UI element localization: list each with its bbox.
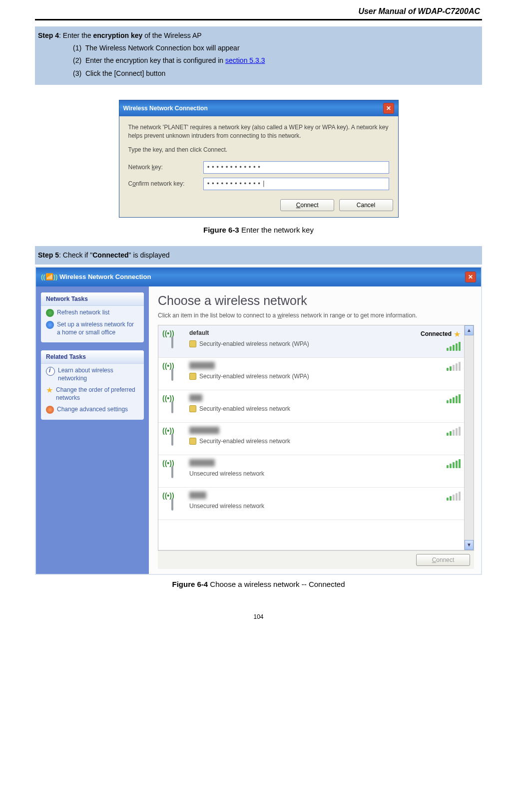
network-item[interactable]: ███████Security-enabled wireless network [158,423,474,455]
signal-icon [447,394,461,403]
bottom-bar: Connect [158,550,474,569]
form-row: Network key: •••••••••••• [128,161,389,174]
setup-icon [46,321,54,329]
network-item[interactable]: ██████Unsecured wireless network [158,455,474,488]
network-status-area [401,492,461,501]
sidebar-item-learn[interactable]: Learn about wireless networking [41,364,144,383]
step4-text-a: : Enter the [59,31,93,39]
close-icon[interactable]: ✕ [383,103,394,114]
network-key-input[interactable]: •••••••••••• [203,161,389,174]
lock-icon [189,340,196,347]
network-name: default [189,329,396,336]
info-icon [46,367,55,376]
step4-bold: encryption key [93,31,143,39]
panel-title: Related Tasks [41,350,144,364]
sidebar-item-advanced[interactable]: Change advanced settings [41,403,144,415]
main-pane: Choose a wireless network Click an item … [149,286,481,574]
dialog-text-1: The network 'PLANET' requires a network … [128,123,389,140]
confirm-key-label: Confirm network key: [128,180,203,188]
wifi-icon [162,492,184,516]
step5-label: Step 5 [38,251,59,259]
network-key-label: Network key: [128,163,203,172]
signal-icon [447,492,461,501]
connect-button[interactable]: Connect [416,554,470,566]
network-name: ██████ [189,459,396,466]
step4-item-text: The Wireless Network Connection box will… [85,44,240,52]
caption-bold: Figure 6-4 [172,580,208,588]
confirm-key-input[interactable]: ••••••••••••| [203,178,389,190]
signal-icon [447,342,461,351]
panel-title: Network Tasks [41,292,144,306]
figure-caption: Figure 6-3 Enter the network key [35,226,482,234]
cancel-button[interactable]: Cancel [339,199,393,211]
network-status-area: Connected★ [401,329,461,351]
network-name: ████ [189,492,396,499]
network-security: Security-enabled wireless network (WPA) [189,340,396,347]
sidebar-item-label: Change the order of preferred networks [56,386,139,402]
wifi-icon [162,362,184,386]
network-item[interactable]: ███Security-enabled wireless network [158,390,474,423]
step4-item: (3) Click the [Connect] button [73,67,479,80]
sidebar-item-refresh[interactable]: Refresh network list [41,306,144,318]
lock-icon [189,373,196,380]
scrollbar[interactable]: ▲ ▼ [464,325,474,550]
signal-icon [447,362,461,371]
close-icon[interactable]: ✕ [465,271,476,282]
step4-label: Step 4 [38,31,59,39]
sidebar-item-label: Set up a wireless network for a home or … [57,321,139,336]
wifi-icon [162,329,184,353]
network-status-area [401,362,461,371]
network-key-dialog: Wireless Network Connection ✕ The networ… [119,100,399,218]
sidebar-item-setup[interactable]: Set up a wireless network for a home or … [41,318,144,337]
section-link[interactable]: section 5.3.3 [225,56,265,64]
connect-button[interactable]: Connect [280,199,334,211]
refresh-icon [46,309,54,317]
network-tasks-panel: Network Tasks Refresh network list Set u… [41,292,144,342]
network-item[interactable]: ██████Security-enabled wireless network … [158,358,474,390]
star-icon: ★ [454,329,461,339]
form-row: Confirm network key: ••••••••••••| [128,178,389,190]
step5-text-b: " is displayed [129,251,170,259]
wifi-icon [162,459,184,483]
scroll-up-icon[interactable]: ▲ [465,325,474,335]
sidebar-item-label: Change advanced settings [57,406,128,414]
network-item[interactable]: ████Unsecured wireless network [158,488,474,520]
related-tasks-panel: Related Tasks Learn about wireless netwo… [41,350,144,420]
step4-item: (2) Enter the encryption key that is con… [73,54,479,67]
page-number: 104 [35,613,482,620]
network-name: ███ [189,394,396,401]
sidebar-item-order[interactable]: ★ Change the order of preferred networks [41,383,144,403]
network-item[interactable]: defaultSecurity-enabled wireless network… [158,325,474,358]
network-security: Security-enabled wireless network [189,405,396,412]
wireless-connection-window: ((📶)) Wireless Network Connection ✕ Netw… [35,267,482,575]
network-security: Security-enabled wireless network [189,438,396,445]
lock-icon [189,405,196,412]
network-name: ███████ [189,427,396,434]
network-security: Unsecured wireless network [189,470,396,477]
page-header: User Manual of WDAP-C7200AC [35,5,482,20]
network-status-area [401,427,461,436]
dialog-title: Wireless Network Connection [123,105,208,112]
star-icon: ★ [46,386,53,394]
lock-icon [189,438,196,445]
dialog-titlebar: Wireless Network Connection ✕ [119,100,398,116]
scroll-down-icon[interactable]: ▼ [465,540,474,550]
step4-item-text: Click the [Connect] button [85,69,165,77]
window-title: Wireless Network Connection [59,273,151,280]
dialog-text-2: Type the key, and then click Connect. [128,146,389,154]
signal-icon [447,427,461,436]
window-titlebar: ((📶)) Wireless Network Connection ✕ [36,268,481,286]
figure-caption: Figure 6-4 Choose a wireless network -- … [35,580,482,588]
step4-text-b: of the Wireless AP [142,31,201,39]
signal-icon [447,459,461,468]
wifi-icon [162,394,184,418]
sidebar-item-label: Learn about wireless networking [58,367,139,382]
step4-item-text: Enter the encryption key that is configu… [85,56,225,64]
step5-text-a: : Check if " [59,251,92,259]
sidebar: Network Tasks Refresh network list Set u… [36,286,149,574]
main-description: Click an item in the list below to conne… [158,312,418,319]
step-5-block: Step 5: Check if "Connected" is displaye… [35,246,482,265]
network-status-area [401,459,461,468]
antenna-icon: ((📶)) [41,273,57,280]
caption-bold: Figure 6-3 [203,226,239,234]
